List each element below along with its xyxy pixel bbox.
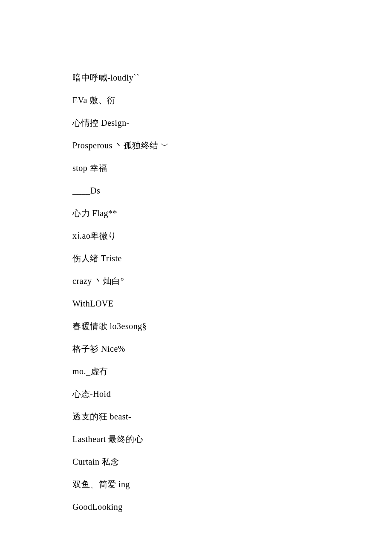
text-line: ____Ds (72, 185, 392, 196)
text-line: Prosperous 丶孤独终结 ︶ (72, 140, 392, 150)
text-line: 透支的狂 beast- (72, 411, 392, 422)
text-line: 双鱼、简爱 ing (72, 479, 392, 489)
text-line: 伤人绪 Triste (72, 253, 392, 263)
text-line: 春暖情歌 lo3esong§ (72, 321, 392, 331)
text-line: mo._虚冇 (72, 366, 392, 376)
document-content: 暗中呼喊-loudly`` EVa 敷、衍 心情控 Design- Prospe… (72, 72, 392, 512)
text-line: Lastheart 最终的心 (72, 434, 392, 444)
text-line: stop 幸福 (72, 163, 392, 173)
text-line: 心情控 Design- (72, 118, 392, 128)
text-line: EVa 敷、衍 (72, 95, 392, 105)
text-line: WithLOVE (72, 298, 392, 309)
text-line: 心态-Hoid (72, 389, 392, 399)
text-line: xⅰ.aο卑微り (72, 231, 392, 241)
text-line: 暗中呼喊-loudly`` (72, 72, 392, 83)
text-line: crazy 丶灿白° (72, 276, 392, 286)
text-line: 格子衫 Nice% (72, 344, 392, 354)
text-line: Curtain 私念 (72, 457, 392, 467)
text-line: GoodLooking (72, 502, 392, 512)
text-line: 心力 Flag** (72, 208, 392, 218)
